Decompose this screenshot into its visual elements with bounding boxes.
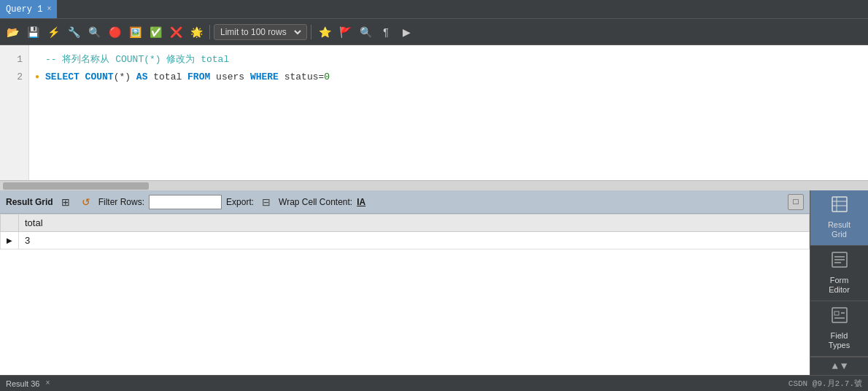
execute-all-btn[interactable]: 🖼️ (125, 23, 144, 42)
table-name: users (210, 69, 250, 86)
table-row[interactable]: ▶ 3 (1, 232, 810, 249)
open-file-btn[interactable]: 📂 (3, 23, 22, 42)
arrow-up-icon: ▲ (832, 360, 838, 372)
result-status-text: Result 36 (6, 379, 39, 388)
bullet-1 (35, 51, 42, 69)
result-toolbar: Result Grid ⊞ ↺ Filter Rows: Export: ⊟ W… (0, 190, 810, 214)
line-num-1: 1 (6, 51, 23, 69)
toggle-btn[interactable]: 🌟 (187, 23, 206, 42)
tab-close-btn[interactable]: × (47, 5, 51, 13)
count-paren: (*) (114, 69, 136, 86)
table-header-row: total (1, 214, 810, 232)
form-editor-panel-btn[interactable]: FormEditor (810, 246, 868, 301)
expand-icon: □ (793, 197, 798, 207)
query-tab[interactable]: Query 1 × (0, 0, 57, 18)
wrap-icon: IA (357, 197, 365, 207)
line-numbers: 1 2 (0, 45, 29, 180)
form-editor-panel-icon (831, 251, 848, 273)
kw-as: AS (136, 69, 148, 86)
kw-where: WHERE (250, 69, 279, 86)
hscroll-thumb[interactable] (3, 182, 149, 190)
editor-area[interactable]: 1 2 -- 将列名称从 COUNT(*) 修改为 total ● SELECT… (0, 45, 868, 180)
filter-rows-label: Filter Rows: (98, 197, 144, 207)
filter-rows-input[interactable] (149, 195, 222, 209)
kw-select: SELECT (45, 69, 85, 86)
save-btn[interactable]: 💾 (23, 23, 42, 42)
right-panel: ResultGrid FormEditor (810, 190, 868, 375)
field-types-panel-icon (831, 306, 848, 328)
refresh-icon: ↺ (82, 196, 90, 208)
star-btn[interactable]: ⭐ (315, 23, 334, 42)
toolbar: 📂 💾 ⚡ 🔧 🔍 🔴 🖼️ ✅ ❌ 🌟 Limit to 100 rowsDo… (0, 19, 868, 45)
field-types-panel-label: FieldTypes (829, 331, 850, 350)
field-types-panel-btn[interactable]: FieldTypes (810, 301, 868, 357)
form-editor-panel-label: FormEditor (829, 276, 850, 295)
result-grid[interactable]: total ▶ 3 (0, 214, 810, 375)
result-grid-label: Result Grid (6, 197, 53, 207)
kw-count: COUNT (85, 69, 114, 86)
alias: total (147, 69, 187, 86)
explain-btn[interactable]: 🔍 (85, 23, 104, 42)
data-table: total ▶ 3 (0, 214, 810, 249)
grid-options-btn[interactable]: ⊞ (58, 194, 74, 210)
rollback-btn[interactable]: ❌ (166, 23, 185, 42)
execute-btn[interactable]: ⚡ (44, 23, 63, 42)
refresh-btn[interactable]: ↺ (78, 194, 94, 210)
svg-rect-9 (834, 311, 839, 315)
code-editor[interactable]: -- 将列名称从 COUNT(*) 修改为 total ● SELECT COU… (29, 45, 868, 180)
code-line-2: ● SELECT COUNT (*) AS total FROM users W… (35, 69, 862, 86)
search-btn[interactable]: 🔍 (356, 23, 375, 42)
export-icon: ⊟ (262, 196, 271, 208)
expand-btn[interactable]: □ (788, 194, 804, 210)
format-btn[interactable]: ¶ (376, 23, 395, 42)
hscroll-bar[interactable] (0, 180, 868, 190)
where-col: status= (279, 69, 324, 86)
wrap-label: Wrap Cell Content: (279, 197, 352, 207)
cell-total: 3 (19, 232, 810, 249)
limit-dropdown[interactable]: Limit to 100 rowsDon't LimitLimit to 10 … (217, 26, 303, 38)
divider-2 (311, 25, 311, 39)
col-total-header: total (19, 214, 810, 232)
row-indicator-header (1, 214, 19, 232)
more-btn[interactable]: ▶ (397, 23, 416, 42)
stop-btn[interactable]: 🔴 (105, 23, 124, 42)
flag-btn[interactable]: 🚩 (336, 23, 354, 42)
panel-scroll-arrows[interactable]: ▲ ▼ (810, 357, 868, 375)
row-arrow: ▶ (1, 232, 19, 249)
where-val: 0 (324, 69, 330, 86)
svg-rect-0 (832, 197, 847, 212)
result-grid-panel-btn[interactable]: ResultGrid (810, 190, 868, 246)
execute-current-btn[interactable]: 🔧 (64, 23, 83, 42)
export-label: Export: (226, 197, 254, 207)
export-btn[interactable]: ⊟ (258, 194, 274, 210)
comment-text: -- 将列名称从 COUNT(*) 修改为 total (45, 51, 229, 69)
watermark-text: CSDN @9.月2.7.號 (788, 378, 862, 389)
kw-from: FROM (187, 69, 210, 86)
line-num-2: 2 (6, 69, 23, 86)
limit-select[interactable]: Limit to 100 rowsDon't LimitLimit to 10 … (214, 24, 307, 40)
arrow-down-icon: ▼ (841, 360, 847, 372)
status-bar: Result 36 × CSDN @9.月2.7.號 (0, 375, 868, 391)
result-section: Result Grid ⊞ ↺ Filter Rows: Export: ⊟ W… (0, 190, 868, 375)
commit-btn[interactable]: ✅ (146, 23, 165, 42)
result-grid-panel-label: ResultGrid (828, 220, 850, 239)
result-grid-panel-icon (831, 196, 848, 217)
tab-bar: Query 1 × (0, 0, 868, 19)
result-close-btn[interactable]: × (45, 379, 50, 387)
grid-icon: ⊞ (61, 196, 70, 208)
code-line-1: -- 将列名称从 COUNT(*) 修改为 total (35, 51, 862, 69)
divider-1 (209, 25, 210, 39)
tab-label: Query 1 (6, 4, 42, 15)
bullet-2: ● (35, 69, 42, 86)
